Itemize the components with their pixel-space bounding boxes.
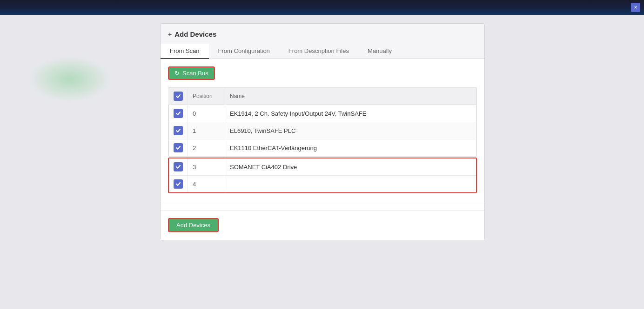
close-button[interactable]: × bbox=[631, 3, 640, 12]
table-header-row: Position Name bbox=[169, 88, 476, 105]
row-1-checkbox[interactable] bbox=[174, 126, 183, 135]
panel-footer: Add Devices bbox=[161, 210, 484, 240]
tab-from-configuration[interactable]: From Configuration bbox=[209, 44, 279, 59]
row-4-position: 4 bbox=[188, 176, 225, 193]
row-0-name: EK1914, 2 Ch. Safety Input/Output 24V, T… bbox=[225, 105, 476, 122]
row-4-checkbox[interactable] bbox=[174, 179, 183, 189]
tab-manually[interactable]: Manually bbox=[358, 44, 401, 59]
header-position: Position bbox=[188, 88, 225, 105]
table-row: 2 EK1110 EtherCAT-Verlängerung bbox=[169, 139, 476, 157]
row-4-name bbox=[225, 176, 476, 193]
table-row: 0 EK1914, 2 Ch. Safety Input/Output 24V,… bbox=[169, 105, 476, 122]
highlighted-rows-table: 3 SOMANET CiA402 Drive 4 bbox=[169, 158, 476, 192]
refresh-icon: ↻ bbox=[174, 70, 180, 77]
panel-title-text: Add Devices bbox=[174, 30, 216, 38]
row-0-checkbox[interactable] bbox=[174, 109, 183, 118]
add-devices-button[interactable]: Add Devices bbox=[168, 218, 219, 232]
panel-body: ↻ Scan Bus Position bbox=[161, 59, 484, 201]
device-table: Position Name 0 bbox=[168, 88, 476, 156]
scan-bus-label: Scan Bus bbox=[182, 70, 208, 77]
spacer bbox=[161, 201, 484, 210]
row-2-checkbox[interactable] bbox=[174, 143, 183, 152]
top-bar: × bbox=[0, 0, 644, 15]
row-3-position: 3 bbox=[188, 158, 225, 176]
table-row: 4 bbox=[169, 176, 476, 193]
highlighted-rows-wrapper: 3 SOMANET CiA402 Drive 4 bbox=[168, 158, 477, 193]
row-2-checkbox-cell bbox=[169, 139, 188, 157]
row-2-name: EK1110 EtherCAT-Verlängerung bbox=[225, 139, 476, 157]
row-1-checkbox-cell bbox=[169, 122, 188, 139]
tab-from-description-files[interactable]: From Description Files bbox=[279, 44, 358, 59]
table-row: 3 SOMANET CiA402 Drive bbox=[169, 158, 476, 176]
tabs-container: From Scan From Configuration From Descri… bbox=[161, 44, 484, 59]
row-1-name: EL6910, TwinSAFE PLC bbox=[225, 122, 476, 139]
tab-from-scan[interactable]: From Scan bbox=[161, 44, 209, 59]
device-table-wrapper: Position Name 0 bbox=[168, 87, 477, 157]
row-3-checkbox[interactable] bbox=[174, 162, 183, 171]
row-3-checkbox-cell bbox=[169, 158, 188, 176]
row-1-position: 1 bbox=[188, 122, 225, 139]
header-name: Name bbox=[225, 88, 476, 105]
add-devices-panel: + Add Devices From Scan From Configurati… bbox=[160, 23, 485, 240]
header-checkbox-cell bbox=[169, 88, 188, 105]
row-4-checkbox-cell bbox=[169, 176, 188, 193]
plus-icon: + bbox=[168, 31, 172, 38]
glow-decoration bbox=[28, 56, 112, 102]
scan-bus-button[interactable]: ↻ Scan Bus bbox=[168, 66, 215, 80]
row-0-checkbox-cell bbox=[169, 105, 188, 122]
panel-header: + Add Devices bbox=[161, 24, 484, 38]
panel-title: + Add Devices bbox=[168, 30, 477, 38]
table-row: 1 EL6910, TwinSAFE PLC bbox=[169, 122, 476, 139]
row-3-name: SOMANET CiA402 Drive bbox=[225, 158, 476, 176]
row-0-position: 0 bbox=[188, 105, 225, 122]
row-2-position: 2 bbox=[188, 139, 225, 157]
header-checkbox[interactable] bbox=[174, 92, 183, 101]
